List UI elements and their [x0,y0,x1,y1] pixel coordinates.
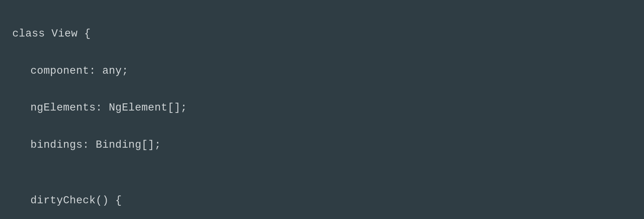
code-line-class-decl: class View { [12,25,644,43]
code-block: class View { component: any; ngElements:… [0,0,644,219]
code-line-prop-ngelements: ngElements: NgElement[]; [12,99,644,117]
code-line-prop-bindings: bindings: Binding[]; [12,136,644,154]
code-line-prop-component: component: any; [12,62,644,80]
code-line-method-open: dirtyCheck() { [12,191,644,210]
